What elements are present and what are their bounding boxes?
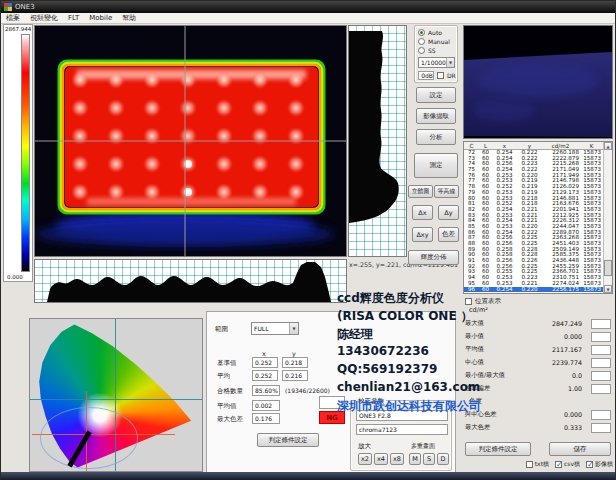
status-bar (1, 472, 615, 480)
delta-xy-button[interactable]: Δxy (412, 227, 433, 242)
settings-button[interactable]: 設定 (416, 87, 456, 103)
ref-label: 基準值 (217, 359, 237, 368)
avg-y-field[interactable]: 0.216 (282, 370, 308, 381)
stat-check-box[interactable] (591, 345, 611, 355)
luminance-image[interactable] (34, 25, 347, 257)
menu-item[interactable]: 幫助 (122, 13, 136, 23)
vertical-profile-curve (349, 26, 406, 256)
zoom-x8-button[interactable]: x8 (390, 453, 404, 465)
judge-settings-button-right[interactable]: 判定條件設定 (465, 442, 531, 456)
radio-icon[interactable] (418, 38, 425, 45)
avg-diff-label: 平均值 (217, 402, 237, 411)
chevron-down-icon[interactable]: ▼ (446, 58, 454, 67)
app-icon (4, 3, 12, 11)
menu-item[interactable]: 檔案 (6, 13, 20, 23)
window-title: ONE3 (15, 3, 35, 11)
scrollbar-thumb[interactable] (604, 260, 612, 276)
range-dropdown[interactable]: FULL ▼ (251, 322, 299, 335)
zoom-x4-button[interactable]: x4 (374, 453, 388, 465)
surface-3d-button[interactable]: 立體圖 (408, 185, 433, 198)
stat-row: 最小值0.000 (465, 330, 611, 343)
calib-param1-field[interactable]: ONE3 F2.8 (356, 410, 448, 421)
file-format-check[interactable]: txt檔 (526, 460, 549, 469)
thermal-map (35, 26, 346, 256)
gain-field[interactable]: 0dB (418, 71, 434, 80)
pass-count-label: 合格數量 (217, 387, 243, 396)
avg-diff-field: 0.002 (252, 400, 280, 411)
file-format-check[interactable]: csv檔 (555, 460, 580, 469)
judgement-panel: 範圍 FULL ▼ x y 基準值 0.252 0.218 平均 0.252 0… (206, 311, 456, 473)
horizontal-profile (34, 259, 347, 303)
stat-check-box[interactable] (591, 410, 611, 420)
exposure-radios: AutoManualSS (415, 26, 457, 55)
chevron-down-icon[interactable]: ▼ (289, 323, 298, 334)
colorbar-min-value: 0.000 (7, 274, 23, 280)
shutter-value: 1/10000 (421, 59, 446, 66)
chroma-group-title: 色度 (469, 397, 482, 406)
dr-label: DR (447, 72, 456, 79)
file-format-check[interactable]: 影像檔 (586, 460, 613, 469)
stat-check-box[interactable] (591, 358, 611, 368)
radio-icon[interactable] (418, 29, 425, 36)
preview-image (464, 26, 612, 138)
checkbox-icon[interactable] (586, 461, 593, 468)
zoom-x2-button[interactable]: x2 (358, 453, 372, 465)
cie-tolerance-circle (40, 407, 138, 469)
vertical-profile (348, 25, 407, 257)
dr-checkbox[interactable] (437, 72, 444, 79)
zoom-label: 放大 (358, 442, 371, 451)
ref-y-field[interactable]: 0.218 (282, 357, 308, 368)
menu-bar: 檔案視頻變化FLTMobile幫助 (1, 13, 615, 24)
checkbox-icon[interactable] (526, 461, 533, 468)
pass-count-detail: (19346/22600) (285, 387, 330, 394)
stat-check-box[interactable] (591, 384, 611, 394)
multi-S-button[interactable]: S (423, 453, 435, 465)
checkbox-icon[interactable] (555, 461, 562, 468)
camera-preview[interactable] (463, 25, 613, 139)
capture-button[interactable]: 影像擷取 (416, 108, 456, 124)
range-value: FULL (254, 325, 269, 332)
title-bar[interactable]: ONE3 (1, 1, 615, 13)
measure-table-body: 72600.2540.2222260.1881587373600.2540.22… (464, 150, 612, 292)
calibration-title: 校正參數 (356, 397, 386, 406)
menu-item[interactable]: 視頻變化 (30, 13, 58, 23)
delta-y-button[interactable]: Δy (438, 205, 459, 220)
stat-check-box[interactable] (591, 371, 611, 381)
stat-check-box[interactable] (591, 319, 611, 329)
radio-icon[interactable] (418, 47, 425, 54)
radio-option[interactable]: Manual (415, 37, 457, 46)
menu-item[interactable]: Mobile (89, 14, 112, 22)
radio-option[interactable]: Auto (415, 28, 457, 37)
cie-diagram-panel[interactable] (29, 318, 203, 472)
color-diff-button[interactable]: 色差 (438, 227, 459, 242)
save-button[interactable]: 儲存 (549, 442, 611, 456)
position-display-checkbox[interactable] (465, 298, 472, 305)
max-diff-label: 最大色差 (217, 415, 243, 424)
app-window: ONE3 檔案視頻變化FLTMobile幫助 2867.944 0.000 (0, 0, 616, 480)
chroma-stats-rows: 與中心色差0.000最大色差0.333 (465, 408, 611, 434)
delta-x-button[interactable]: Δx (412, 205, 433, 220)
luminance-dist-button[interactable]: 輝度分佈 (408, 250, 459, 265)
multi-M-button[interactable]: M (409, 453, 421, 465)
stat-check-box[interactable] (591, 423, 611, 433)
scroll-down-icon[interactable]: ▼ (604, 285, 612, 293)
avg-x-field[interactable]: 0.252 (252, 370, 278, 381)
calibration-group: 校正參數 ONE3 F2.8 chroma7123 放大 x2x4x8 多重畫面… (350, 400, 452, 471)
multi-D-button[interactable]: D (437, 453, 449, 465)
measure-button[interactable]: 測定 (414, 153, 458, 178)
measurement-table: CLxycd/m2K 72600.2540.2222260.1881587373… (463, 141, 613, 294)
table-scrollbar[interactable]: ▲ ▼ (603, 142, 612, 293)
shutter-dropdown[interactable]: 1/10000 ▼ (418, 57, 455, 68)
stat-row: 中心值2239.774 (465, 356, 611, 369)
stat-check-box[interactable] (591, 332, 611, 342)
calib-param2-field[interactable]: chroma7123 (356, 424, 448, 435)
ref-x-field[interactable]: 0.252 (252, 357, 278, 368)
table-row[interactable]: 96600.2540.2202256.17515873 (464, 287, 612, 293)
radio-option[interactable]: SS (415, 46, 457, 55)
scroll-up-icon[interactable]: ▲ (604, 142, 612, 150)
judge-settings-button[interactable]: 判定條件設定 (257, 433, 319, 447)
analyze-button[interactable]: 分析 (416, 129, 456, 145)
contour-button[interactable]: 等高線 (434, 185, 459, 198)
luminance-colorbar: 2867.944 0.000 (3, 24, 33, 282)
menu-item[interactable]: FLT (68, 14, 79, 22)
